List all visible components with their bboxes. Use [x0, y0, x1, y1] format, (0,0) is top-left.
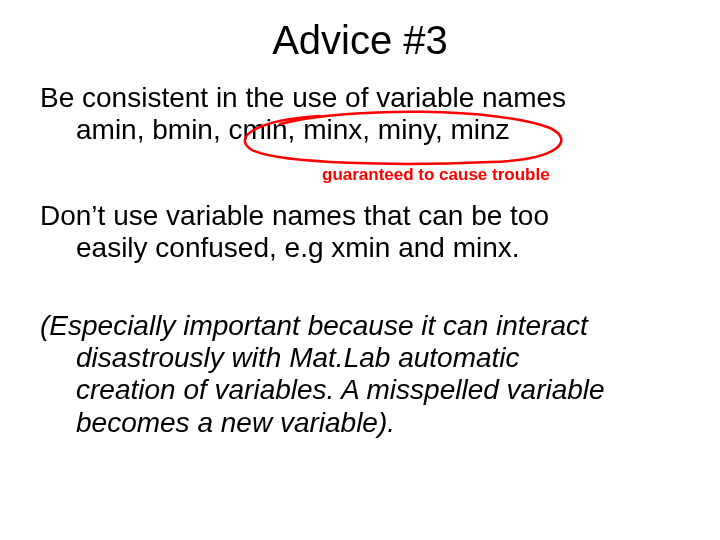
p1-line1: Be consistent in the use of variable nam… — [40, 82, 680, 114]
p2-line1: Don’t use variable names that can be too — [40, 200, 549, 231]
p1-line2: amin, bmin, cmin, minx, miny, minz — [40, 114, 680, 146]
red-annotation: guaranteed to cause trouble — [322, 165, 550, 185]
paragraph-1: Be consistent in the use of variable nam… — [40, 82, 680, 146]
paragraph-2: Don’t use variable names that can be too… — [40, 200, 680, 264]
p2-line2: easily confused, e.g xmin and minx. — [40, 232, 680, 264]
p3-line1: (Especially important because it can int… — [40, 310, 588, 341]
paragraph-3: (Especially important because it can int… — [40, 310, 680, 439]
slide-title: Advice #3 — [0, 18, 720, 63]
slide: Advice #3 Be consistent in the use of va… — [0, 0, 720, 540]
p3-line3: creation of variables. A misspelled vari… — [40, 374, 680, 406]
p3-line2: disastrously with Mat.Lab automatic — [40, 342, 680, 374]
p3-line4: becomes a new variable). — [40, 407, 680, 439]
